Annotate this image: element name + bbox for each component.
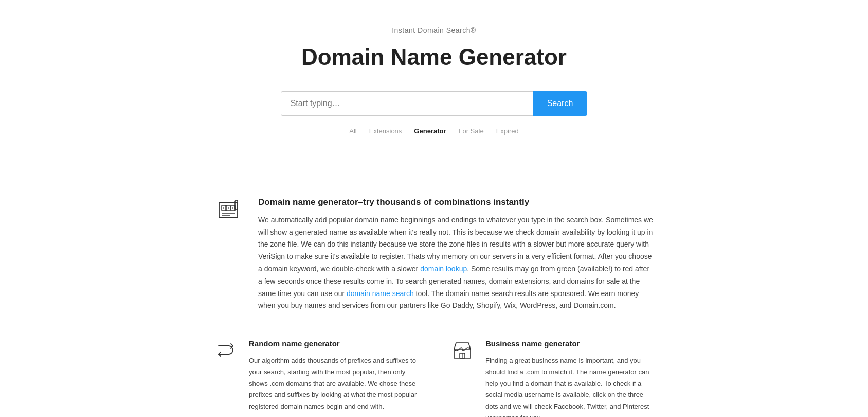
tab-generator[interactable]: Generator: [414, 125, 446, 138]
random-name-content: Random name generator Our algorithm adds…: [249, 338, 419, 417]
tab-extensions[interactable]: Extensions: [369, 125, 402, 138]
main-feature-text: We automatically add popular domain name…: [258, 214, 655, 312]
business-name-text: Finding a great business name is importa…: [485, 355, 655, 417]
filter-tabs: All Extensions Generator For Sale Expire…: [10, 125, 858, 138]
main-feature-block: Domain name generator–try thousands of c…: [213, 195, 655, 312]
business-name-title: Business name generator: [485, 338, 655, 350]
business-name-content: Business name generator Finding a great …: [485, 338, 655, 417]
brand-name: Instant Domain Search®: [10, 25, 858, 36]
page-title: Domain Name Generator: [10, 39, 858, 75]
business-icon: [449, 338, 475, 417]
generator-icon: [213, 195, 244, 226]
random-name-block: Random name generator Our algorithm adds…: [213, 338, 419, 417]
secondary-features: Random name generator Our algorithm adds…: [213, 338, 655, 417]
header: Instant Domain Search® Domain Name Gener…: [0, 0, 868, 153]
domain-lookup-link[interactable]: domain lookup: [420, 265, 467, 273]
domain-name-search-link[interactable]: domain name search: [347, 289, 414, 298]
search-bar: Search: [10, 91, 858, 116]
main-feature-title: Domain name generator–try thousands of c…: [258, 195, 655, 209]
main-feature-content: Domain name generator–try thousands of c…: [258, 195, 655, 312]
content-section: Domain name generator–try thousands of c…: [203, 169, 665, 417]
search-button[interactable]: Search: [533, 91, 588, 116]
random-icon: [213, 338, 239, 417]
search-input[interactable]: [281, 91, 533, 116]
tab-for-sale[interactable]: For Sale: [458, 125, 483, 138]
tab-expired[interactable]: Expired: [496, 125, 519, 138]
svg-rect-9: [235, 200, 238, 210]
random-name-title: Random name generator: [249, 338, 419, 350]
random-name-text: Our algorithm adds thousands of prefixes…: [249, 355, 419, 412]
business-name-block: Business name generator Finding a great …: [449, 338, 655, 417]
tab-all[interactable]: All: [349, 125, 356, 138]
